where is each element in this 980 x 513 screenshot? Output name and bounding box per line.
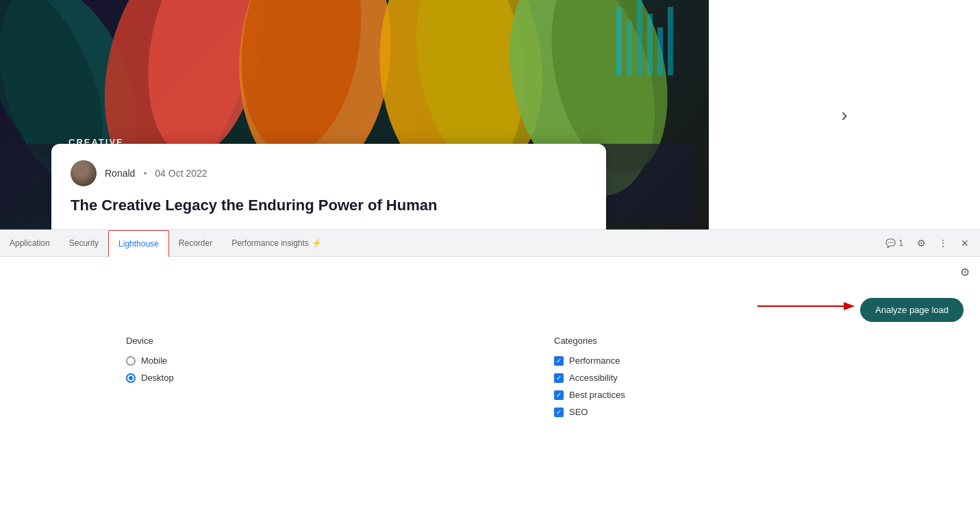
radio-desktop-label: Desktop — [141, 373, 174, 383]
categories-section-title: Categories — [554, 336, 625, 346]
toolbar-actions: 💬 1 ⚙ ⋮ ✕ — [880, 230, 980, 256]
svg-rect-14 — [647, 14, 653, 75]
tab-performance-insights[interactable]: Performance insights ⚡ — [222, 230, 331, 256]
dot-separator: • — [143, 168, 147, 179]
comment-badge: 💬 1 — [880, 238, 909, 248]
radio-mobile-label: Mobile — [141, 355, 167, 366]
checkbox-performance-box — [554, 356, 564, 366]
svg-rect-13 — [637, 0, 642, 75]
checkbox-best-practices-label: Best practices — [569, 390, 625, 400]
device-radio-group: Mobile Desktop — [126, 355, 174, 383]
svg-rect-11 — [616, 7, 622, 75]
devtools-toolbar: Application Security Lighthouse Recorder… — [0, 229, 980, 257]
tab-application[interactable]: Application — [0, 230, 60, 256]
tab-recorder[interactable]: Recorder — [169, 230, 222, 256]
categories-section: Categories Performance Accessibility Bes… — [554, 336, 625, 417]
article-date: 04 Oct 2022 — [155, 168, 207, 179]
article-title: The Creative Legacy the Enduring Power o… — [71, 196, 587, 216]
checkbox-best-practices-box — [554, 390, 564, 400]
svg-rect-16 — [668, 7, 673, 75]
checkbox-best-practices[interactable]: Best practices — [554, 390, 625, 400]
comment-icon: 💬 — [885, 238, 896, 248]
checkbox-seo-box — [554, 408, 564, 417]
analyze-page-load-button[interactable]: Analyze page load — [860, 298, 964, 322]
checkbox-performance-label: Performance — [569, 355, 620, 366]
article-card: Ronald • 04 Oct 2022 The Creative Legacy… — [51, 144, 606, 229]
devtools-panel: ⚙ Analyze page load Device Mobile Deskto… — [0, 257, 980, 513]
radio-mobile[interactable]: Mobile — [126, 355, 174, 366]
chevron-right-icon[interactable]: › — [841, 104, 847, 126]
tab-security[interactable]: Security — [60, 230, 108, 256]
device-section: Device Mobile Desktop — [126, 336, 174, 383]
checkbox-accessibility[interactable]: Accessibility — [554, 373, 625, 383]
panel-gear-icon[interactable]: ⚙ — [955, 262, 975, 281]
checkbox-accessibility-label: Accessibility — [569, 373, 618, 383]
checkbox-accessibility-box — [554, 373, 564, 383]
more-options-button[interactable]: ⋮ — [933, 234, 953, 253]
performance-icon: ⚡ — [312, 238, 322, 248]
checkbox-seo[interactable]: SEO — [554, 407, 625, 417]
right-panel: › — [709, 0, 980, 229]
device-section-title: Device — [126, 336, 174, 346]
radio-desktop[interactable]: Desktop — [126, 373, 174, 383]
settings-icon-button[interactable]: ⚙ — [912, 234, 931, 253]
close-devtools-button[interactable]: ✕ — [955, 234, 975, 253]
radio-desktop-circle — [126, 373, 136, 383]
svg-rect-15 — [657, 27, 663, 75]
comment-count: 1 — [899, 238, 903, 248]
categories-checkbox-group: Performance Accessibility Best practices… — [554, 355, 625, 417]
svg-rect-12 — [627, 21, 632, 75]
arrow-annotation — [751, 295, 860, 318]
tab-lighthouse[interactable]: Lighthouse — [108, 230, 169, 257]
checkbox-performance[interactable]: Performance — [554, 355, 625, 366]
toolbar-tabs: Application Security Lighthouse Recorder… — [0, 230, 880, 256]
browser-preview: CREATIVE Ronald • 04 Oct 2022 The Creati… — [0, 0, 709, 229]
avatar — [71, 160, 97, 186]
radio-mobile-circle — [126, 356, 136, 366]
checkbox-seo-label: SEO — [569, 407, 588, 417]
article-meta: Ronald • 04 Oct 2022 — [71, 160, 587, 186]
author-name: Ronald — [105, 168, 135, 179]
